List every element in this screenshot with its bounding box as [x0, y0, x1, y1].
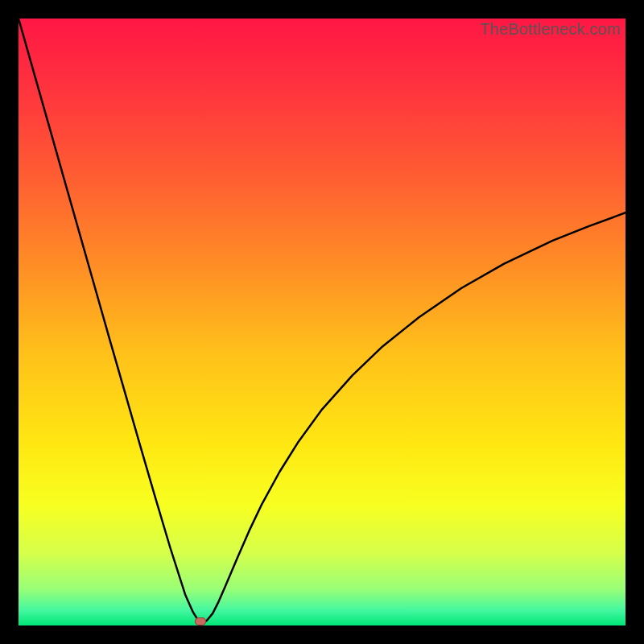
gradient-background — [19, 19, 625, 625]
optimum-marker — [195, 617, 206, 625]
chart-frame: TheBottleneck.com — [19, 19, 625, 625]
watermark-text: TheBottleneck.com — [480, 20, 621, 39]
bottleneck-chart — [19, 19, 625, 625]
